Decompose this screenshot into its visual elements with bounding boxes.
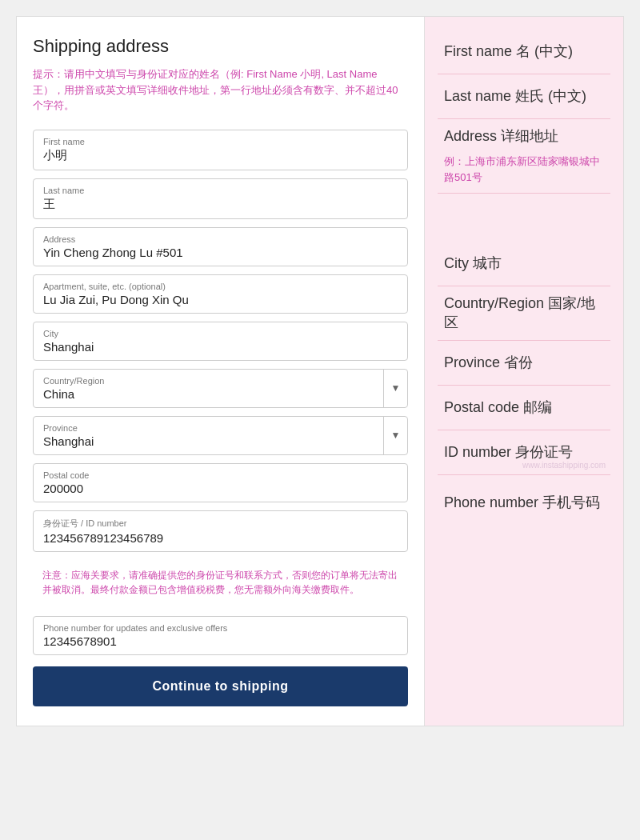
section-title: Shipping address bbox=[33, 36, 408, 57]
country-label: Country/Region bbox=[43, 376, 374, 386]
right-label-last-name: Last name 姓氏 (中文) bbox=[444, 87, 586, 106]
apartment-label: Apartment, suite, etc. (optional) bbox=[43, 282, 398, 291]
address-note: 例：上海市浦东新区陆家嘴银城中路501号 bbox=[444, 154, 604, 185]
phone-label: Phone number for updates and exclusive o… bbox=[43, 623, 398, 633]
apartment-value[interactable]: Lu Jia Zui, Pu Dong Xin Qu bbox=[43, 293, 398, 306]
country-field[interactable]: Country/Region China ▼ bbox=[33, 369, 408, 408]
city-label: City bbox=[43, 329, 398, 338]
first-name-label: First name bbox=[43, 137, 398, 146]
phone-field[interactable]: Phone number for updates and exclusive o… bbox=[33, 616, 408, 655]
postal-code-label: Postal code bbox=[43, 470, 398, 480]
right-label-postal-code: Postal code 邮编 bbox=[444, 398, 552, 417]
province-dropdown-arrow[interactable]: ▼ bbox=[383, 417, 407, 454]
right-row-last-name: Last name 姓氏 (中文) bbox=[438, 74, 610, 119]
right-label-city: City 城市 bbox=[444, 254, 502, 273]
country-inner: Country/Region China bbox=[34, 370, 383, 407]
country-value[interactable]: China bbox=[43, 387, 374, 401]
notice-bottom: 注意：应海关要求，请准确提供您的身份证号和联系方式，否则您的订单将无法寄出并被取… bbox=[33, 560, 408, 605]
right-label-province: Province 省份 bbox=[444, 354, 533, 372]
notice-text: 提示：请用中文填写与身份证对应的姓名（例: First Name 小明, Las… bbox=[33, 66, 408, 114]
province-field[interactable]: Province Shanghai ▼ bbox=[33, 416, 408, 455]
last-name-value[interactable]: 王 bbox=[43, 197, 398, 212]
page-wrapper: Shipping address 提示：请用中文填写与身份证对应的姓名（例: F… bbox=[16, 16, 624, 726]
country-dropdown-arrow[interactable]: ▼ bbox=[383, 370, 407, 407]
city-field[interactable]: City Shanghai bbox=[33, 322, 408, 361]
id-number-value[interactable]: 123456789123456789 bbox=[43, 531, 398, 545]
right-label-phone: Phone number 手机号码 bbox=[444, 494, 600, 512]
city-value[interactable]: Shanghai bbox=[43, 340, 398, 354]
main-content: Shipping address 提示：请用中文填写与身份证对应的姓名（例: F… bbox=[17, 17, 623, 726]
postal-code-field[interactable]: Postal code 200000 bbox=[33, 463, 408, 502]
right-row-id-number: ID number 身份证号 www.instashipping.com bbox=[438, 430, 610, 475]
right-row-country: Country/Region 国家/地区 bbox=[438, 286, 610, 341]
id-number-label: 身份证号 / ID number bbox=[43, 518, 398, 530]
right-row-postal-code: Postal code 邮编 bbox=[438, 386, 610, 430]
right-row-city: City 城市 bbox=[438, 242, 610, 286]
apartment-field[interactable]: Apartment, suite, etc. (optional) Lu Jia… bbox=[33, 274, 408, 314]
right-row-phone: Phone number 手机号码 bbox=[438, 475, 610, 531]
last-name-label: Last name bbox=[43, 186, 398, 195]
right-row-address: Address 详细地址 例：上海市浦东新区陆家嘴银城中路501号 bbox=[438, 119, 610, 194]
first-name-value[interactable]: 小明 bbox=[43, 148, 398, 163]
province-inner: Province Shanghai bbox=[34, 417, 383, 454]
right-panel: First name 名 (中文) Last name 姓氏 (中文) Addr… bbox=[425, 17, 623, 726]
postal-code-value[interactable]: 200000 bbox=[43, 482, 398, 495]
right-row-first-name: First name 名 (中文) bbox=[438, 30, 610, 74]
watermark: www.instashipping.com bbox=[522, 461, 606, 470]
right-label-id-number: ID number 身份证号 bbox=[444, 443, 573, 462]
right-row-province: Province 省份 bbox=[438, 341, 610, 386]
left-panel: Shipping address 提示：请用中文填写与身份证对应的姓名（例: F… bbox=[17, 17, 425, 726]
right-label-first-name: First name 名 (中文) bbox=[444, 42, 573, 61]
province-value[interactable]: Shanghai bbox=[43, 434, 374, 448]
province-label: Province bbox=[43, 423, 374, 433]
id-number-field[interactable]: 身份证号 / ID number 123456789123456789 bbox=[33, 510, 408, 552]
first-name-field[interactable]: First name 小明 bbox=[33, 130, 408, 170]
address-field[interactable]: Address Yin Cheng Zhong Lu #501 bbox=[33, 227, 408, 266]
phone-value[interactable]: 12345678901 bbox=[43, 634, 398, 648]
right-label-address: Address 详细地址 bbox=[444, 127, 604, 146]
address-value[interactable]: Yin Cheng Zhong Lu #501 bbox=[43, 246, 398, 259]
last-name-field[interactable]: Last name 王 bbox=[33, 178, 408, 219]
address-label: Address bbox=[43, 234, 398, 244]
continue-button[interactable]: Continue to shipping bbox=[33, 666, 408, 706]
right-label-country: Country/Region 国家/地区 bbox=[444, 294, 604, 332]
